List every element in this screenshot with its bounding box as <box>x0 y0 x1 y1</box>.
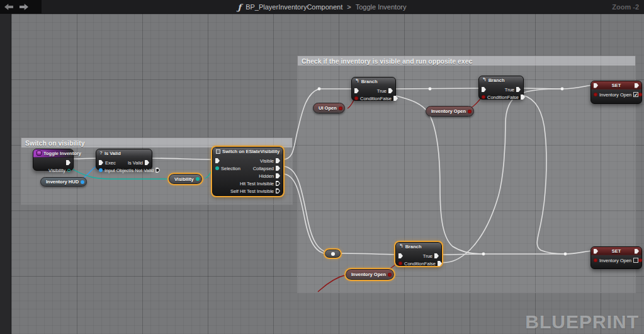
node-title: Switch on ESlateVisibility <box>222 149 280 154</box>
exec-in-pin[interactable] <box>398 253 403 258</box>
bool-in-pin[interactable] <box>594 258 597 262</box>
variable-inventory-open-top[interactable]: Inventory Open <box>426 106 474 117</box>
bool-in-pin[interactable] <box>594 93 597 96</box>
bool-out-pin[interactable] <box>638 258 642 262</box>
pin-label: Visibility <box>48 168 65 173</box>
branch-icon: ↰ <box>482 78 487 83</box>
exec-out-pin[interactable] <box>276 173 280 178</box>
node-title: Toggle Inventory <box>43 151 81 156</box>
comment-title[interactable]: Check if the inventory is visible and ru… <box>298 56 635 66</box>
zoom-level-label: Zoom -2 <box>612 0 639 14</box>
blueprint-graph-editor[interactable]: ƒ BP_PlayerInventoryComponent > Toggle I… <box>0 0 644 334</box>
exec-out-pin[interactable] <box>276 188 280 193</box>
pin-label: Condition <box>487 95 507 100</box>
node-title: Is Valid <box>105 151 121 156</box>
bool-out-pin[interactable] <box>638 93 642 96</box>
node-set-inventory-open-false[interactable]: SET Inventory Open <box>590 246 642 269</box>
branch-icon: ↰ <box>355 79 359 84</box>
node-branch-2[interactable]: ↰Branch True Condition False <box>478 76 524 100</box>
pin-label: Condition <box>360 96 380 101</box>
pin-label: Inventory Open <box>599 258 631 263</box>
variable-ui-open[interactable]: UI Open <box>313 103 345 113</box>
comment-check-inventory[interactable]: Check if the inventory is visible and ru… <box>297 55 636 293</box>
chevron-right-icon: > <box>347 3 351 11</box>
pin-label: False <box>507 95 519 100</box>
pin-label: Is Not Valid <box>130 168 154 173</box>
comment-title[interactable]: Switch on visibility <box>21 138 292 147</box>
enum-out-pin[interactable] <box>196 177 200 181</box>
pin-label: Condition <box>404 261 424 267</box>
blueprint-watermark: BLUEPRINT <box>525 311 639 333</box>
exec-in-pin[interactable] <box>482 87 486 92</box>
exec-out-pin[interactable] <box>635 83 639 88</box>
node-is-valid[interactable]: ?Is Valid Exec Is Valid Input Object Is … <box>96 149 152 170</box>
object-in-pin[interactable] <box>99 168 103 172</box>
node-branch-3[interactable]: ↰Branch True Condition False <box>395 242 442 266</box>
exec-out-pin[interactable] <box>155 168 160 173</box>
custom-event-icon <box>37 151 42 156</box>
bool-checkbox-unchecked[interactable] <box>633 258 638 263</box>
bool-out-pin[interactable] <box>468 110 472 113</box>
switch-icon <box>216 149 220 154</box>
pin-label: Is Valid <box>128 160 143 166</box>
exec-out-pin[interactable] <box>388 88 393 93</box>
node-switch-on-eslatevisibility[interactable]: Switch on ESlateVisibility Visible Selec… <box>212 147 283 196</box>
exec-in-pin[interactable] <box>215 158 220 163</box>
variable-label: Inventory Open <box>431 108 466 114</box>
bool-out-pin[interactable] <box>388 273 392 277</box>
variable-label: Visibility <box>174 176 194 182</box>
pin-label: False <box>424 261 436 267</box>
exec-out-pin[interactable] <box>276 158 280 163</box>
pin-label: True <box>505 87 514 93</box>
node-title: Branch <box>405 244 422 250</box>
exec-out-pin[interactable] <box>635 249 639 254</box>
function-icon: ƒ <box>238 3 242 12</box>
object-out-pin[interactable] <box>81 180 84 184</box>
node-title: Branch <box>489 78 505 83</box>
exec-out-pin[interactable] <box>521 95 525 100</box>
pin-label: Self Hit Test Invisible <box>230 188 274 194</box>
pin-label: Input Object <box>105 168 130 173</box>
variable-label: UI Open <box>319 105 337 111</box>
bool-in-pin[interactable] <box>482 95 485 99</box>
exec-in-pin[interactable] <box>354 88 359 93</box>
breadcrumb-graph-name[interactable]: Toggle Inventory <box>356 3 407 11</box>
exec-out-pin[interactable] <box>145 160 149 165</box>
pin-label: Visible <box>260 158 274 164</box>
node-branch-1[interactable]: ↰Branch True Condition False <box>351 77 396 101</box>
pin-label: Hit Test Invisible <box>240 181 274 187</box>
variable-inventory-open-bottom[interactable]: Inventory Open <box>346 269 394 280</box>
pin-label: Inventory Open <box>599 92 631 98</box>
exec-in-pin[interactable] <box>594 83 598 88</box>
exec-out-pin[interactable] <box>393 96 398 101</box>
reroute-node[interactable] <box>325 250 341 258</box>
exec-out-pin[interactable] <box>438 261 442 266</box>
exec-out-pin[interactable] <box>516 87 521 92</box>
node-title: Branch <box>361 79 378 84</box>
exec-in-pin[interactable] <box>99 160 103 165</box>
exec-out-pin[interactable] <box>276 181 280 186</box>
pin-label: True <box>423 253 432 259</box>
variable-label: Inventory Open <box>351 272 386 277</box>
variable-label: Inventory HUD <box>46 179 79 185</box>
exec-out-pin[interactable] <box>434 253 439 258</box>
enum-in-pin[interactable] <box>215 166 219 170</box>
node-set-inventory-open-true[interactable]: SET Inventory Open✔ <box>590 81 642 104</box>
question-icon: ? <box>99 151 103 156</box>
variable-inventory-hud[interactable]: Inventory HUD <box>40 177 87 187</box>
bool-in-pin[interactable] <box>398 262 402 265</box>
exec-in-pin[interactable] <box>594 249 598 254</box>
breadcrumb: ƒ BP_PlayerInventoryComponent > Toggle I… <box>0 0 644 14</box>
node-toggle-inventory-event[interactable]: Toggle Inventory Visibility <box>33 149 74 171</box>
reroute-pin[interactable] <box>331 252 335 256</box>
bool-in-pin[interactable] <box>354 96 358 100</box>
pin-label: True <box>377 88 387 94</box>
exec-out-pin[interactable] <box>66 160 71 165</box>
variable-visibility[interactable]: Visibility <box>169 174 202 184</box>
pin-label: Collapsed <box>253 166 274 171</box>
breadcrumb-blueprint-name[interactable]: BP_PlayerInventoryComponent <box>246 3 342 11</box>
bool-checkbox-checked[interactable]: ✔ <box>633 92 638 97</box>
exec-out-pin[interactable] <box>276 166 280 171</box>
bool-out-pin[interactable] <box>339 107 342 110</box>
enum-out-pin[interactable] <box>67 169 71 172</box>
